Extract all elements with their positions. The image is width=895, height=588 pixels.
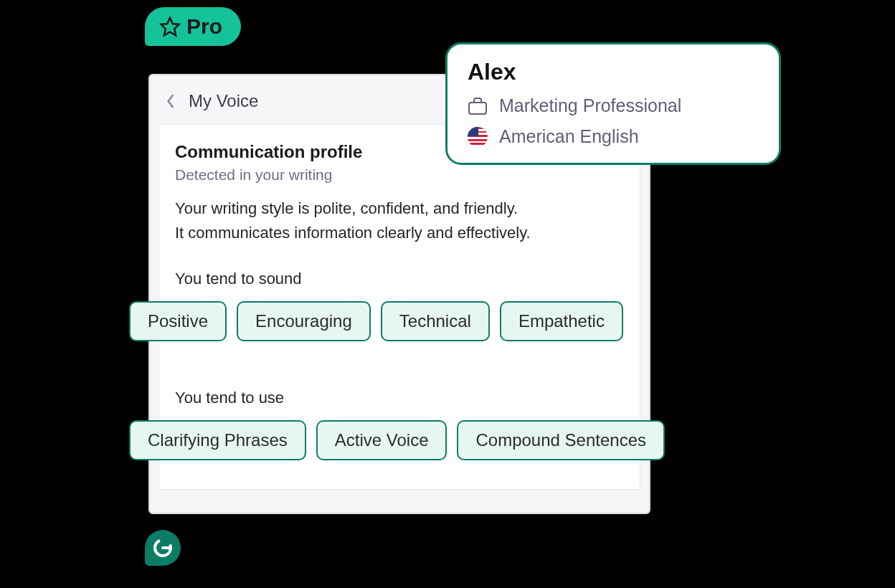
back-icon[interactable] (166, 93, 176, 109)
panel-title: My Voice (189, 91, 258, 111)
star-icon (159, 16, 181, 37)
description-line: It communicates information clearly and … (175, 221, 624, 245)
style-pill[interactable]: Active Voice (316, 420, 448, 460)
description-line: Your writing style is polite, confident,… (175, 196, 624, 221)
tone-pill[interactable]: Empathetic (500, 301, 623, 341)
svg-rect-1 (469, 103, 486, 114)
tone-pill[interactable]: Positive (129, 301, 227, 341)
user-language: American English (499, 126, 639, 147)
user-role: Marketing Professional (499, 95, 681, 116)
user-card: Alex Marketing Professional American Eng… (445, 42, 781, 165)
pro-badge: Pro (145, 7, 241, 46)
logo-badge (145, 530, 181, 566)
use-section-label: You tend to use (175, 389, 624, 407)
style-pill[interactable]: Clarifying Phrases (129, 420, 306, 460)
tone-pill[interactable]: Technical (381, 301, 490, 341)
communication-profile-card: Communication profile Detected in your w… (158, 124, 640, 490)
sound-section-label: You tend to sound (175, 270, 624, 288)
svg-marker-0 (161, 18, 179, 36)
briefcase-icon (468, 97, 488, 115)
user-role-row: Marketing Professional (468, 95, 759, 116)
tone-pill-row: Positive Encouraging Technical Empatheti… (129, 301, 624, 341)
style-pill[interactable]: Compound Sentences (457, 420, 665, 460)
user-language-row: American English (468, 126, 759, 147)
card-subtitle: Detected in your writing (175, 166, 624, 184)
user-name: Alex (468, 59, 759, 85)
flag-icon (468, 127, 488, 147)
tone-pill[interactable]: Encouraging (237, 301, 371, 341)
pro-label: Pro (186, 14, 222, 39)
style-pill-row: Clarifying Phrases Active Voice Compound… (129, 420, 624, 460)
